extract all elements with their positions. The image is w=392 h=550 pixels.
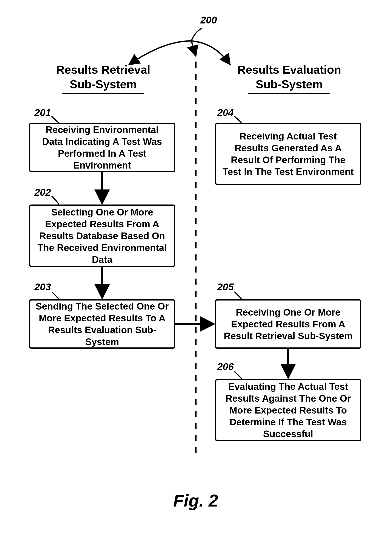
- box-204: Receiving Actual Test Results Generated …: [215, 123, 361, 185]
- box-206: Evaluating The Actual Test Results Again…: [215, 379, 361, 441]
- box-203-text: Sending The Selected One Or More Expecte…: [35, 300, 169, 348]
- ref-202: 202: [35, 187, 51, 197]
- box-205: Receiving One Or More Expected Results F…: [215, 299, 361, 349]
- ref-205: 205: [217, 282, 234, 292]
- heading-left: Results Retrieval Sub-System: [49, 62, 157, 94]
- leader-205: [234, 292, 242, 299]
- ref-200-arrow-left: [129, 41, 191, 65]
- heading-right: Results Evaluation Sub-System: [230, 62, 348, 94]
- leader-204: [234, 116, 242, 123]
- ref-200: 200: [200, 15, 217, 25]
- heading-right-underline: [248, 93, 330, 94]
- heading-left-underline: [62, 93, 144, 94]
- leader-201: [52, 116, 59, 123]
- box-205-text: Receiving One Or More Expected Results F…: [222, 306, 355, 342]
- ref-201: 201: [35, 108, 51, 117]
- figure-caption: Fig. 2: [163, 491, 228, 511]
- box-204-text: Receiving Actual Test Results Generated …: [222, 130, 355, 178]
- ref-200-arrow-right: [191, 41, 230, 65]
- leader-206: [234, 371, 242, 379]
- box-202: Selecting One Or More Expected Results F…: [29, 204, 175, 267]
- ref-203: 203: [35, 282, 51, 292]
- box-201: Receiving Environmental Data Indicating …: [29, 123, 175, 172]
- flowchart-canvas: 200 Results Retrieval Sub-System Results…: [0, 0, 392, 550]
- leader-203: [52, 292, 59, 299]
- box-201-text: Receiving Environmental Data Indicating …: [35, 124, 169, 171]
- ref-200-arrow-center: [191, 41, 196, 56]
- heading-left-text: Results Retrieval Sub-System: [56, 63, 150, 91]
- ref-206: 206: [217, 362, 234, 372]
- ref-204: 204: [217, 108, 234, 117]
- ref-200-leader: [191, 28, 202, 41]
- leader-202: [52, 196, 59, 204]
- box-206-text: Evaluating The Actual Test Results Again…: [222, 381, 355, 440]
- box-203: Sending The Selected One Or More Expecte…: [29, 299, 175, 349]
- box-202-text: Selecting One Or More Expected Results F…: [35, 206, 169, 265]
- heading-right-text: Results Evaluation Sub-System: [237, 63, 341, 91]
